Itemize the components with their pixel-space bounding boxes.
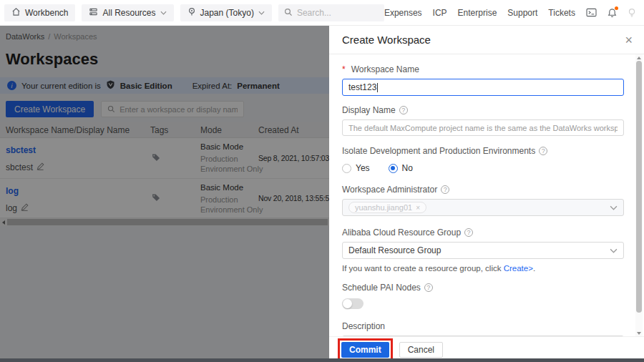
workbench-button[interactable]: Workbench xyxy=(4,4,75,21)
all-resources-label: All Resources xyxy=(102,8,155,18)
topbar-right: Expenses ICP Enterprise Support Tickets … xyxy=(384,0,644,26)
create-workspace-dialog: Create Workspace Workspace Name test123 … xyxy=(329,26,644,362)
all-resources-button[interactable]: All Resources xyxy=(82,4,173,21)
schedule-pai-label: Schedule PAI Nodes xyxy=(342,283,624,293)
close-icon[interactable] xyxy=(625,34,633,47)
radio-yes[interactable]: Yes xyxy=(342,163,370,173)
screen: Workbench All Resources Japan (Tokyo) Ex… xyxy=(0,0,644,362)
display-name-input[interactable] xyxy=(342,119,624,136)
bottom-edge-bar xyxy=(0,358,644,362)
nav-tickets[interactable]: Tickets xyxy=(548,8,575,18)
chevron-down-icon xyxy=(610,248,618,253)
toggle-knob xyxy=(343,299,352,308)
radio-no[interactable]: No xyxy=(389,163,413,173)
resource-group-label: Alibaba Cloud Resource Group xyxy=(342,228,624,238)
topbar-left: Workbench All Resources Japan (Tokyo) xyxy=(0,4,384,21)
nav-support[interactable]: Support xyxy=(507,8,537,18)
help-icon[interactable] xyxy=(464,228,473,237)
remove-tag-icon[interactable] xyxy=(416,204,420,212)
global-search-input[interactable] xyxy=(297,8,376,18)
help-icon[interactable] xyxy=(539,147,547,155)
region-label: Japan (Tokyo) xyxy=(200,8,254,18)
scroll-down-button[interactable] xyxy=(635,330,643,336)
chevron-down-icon xyxy=(258,11,265,15)
description-label: Description xyxy=(342,321,624,331)
resource-group-select[interactable]: Default Resource Group xyxy=(342,242,624,259)
hint-suffix: . xyxy=(533,264,535,273)
administrator-label: Workspace Administrator xyxy=(342,185,624,195)
region-selector[interactable]: Japan (Tokyo) xyxy=(180,4,272,21)
notifications-bell-icon[interactable] xyxy=(608,8,617,18)
radio-checked-icon xyxy=(389,164,398,173)
annotation-highlight-box: Commit xyxy=(338,338,393,361)
workspace-name-label-text: Workspace Name xyxy=(351,64,419,74)
help-icon[interactable] xyxy=(399,106,408,114)
dialog-scrollbar[interactable] xyxy=(635,54,643,336)
console-icon[interactable] xyxy=(586,8,597,17)
triangle-down-icon xyxy=(637,332,641,335)
topbar: Workbench All Resources Japan (Tokyo) Ex… xyxy=(0,0,644,26)
radio-unchecked-icon xyxy=(342,164,351,173)
resources-icon xyxy=(89,7,98,19)
notification-dot xyxy=(615,6,618,10)
resource-group-value: Default Resource Group xyxy=(348,245,441,255)
help-icon[interactable] xyxy=(441,185,449,194)
search-icon xyxy=(284,6,293,19)
display-name-label-text: Display Name xyxy=(342,105,396,115)
workspace-name-label: Workspace Name xyxy=(342,64,624,74)
nav-icp[interactable]: ICP xyxy=(433,8,447,18)
workspace-name-value: test123 xyxy=(348,82,376,92)
scroll-up-button[interactable] xyxy=(635,54,643,61)
isolate-label-text: Isolate Development and Production Envir… xyxy=(342,146,535,156)
workbench-label: Workbench xyxy=(25,8,68,18)
text-caret xyxy=(377,83,378,92)
resource-group-label-text: Alibaba Cloud Resource Group xyxy=(342,228,461,238)
cancel-button[interactable]: Cancel xyxy=(399,342,443,358)
chevron-down-icon xyxy=(610,205,618,210)
resource-group-hint: If you want to create a resource group, … xyxy=(342,264,624,273)
help-icon[interactable] xyxy=(424,283,433,292)
dialog-body: Workspace Name test123 Display Name Isol… xyxy=(329,54,644,362)
radio-no-label: No xyxy=(402,163,413,173)
hint-prefix: If you want to create a resource group, … xyxy=(342,264,504,273)
description-label-text: Description xyxy=(342,321,385,331)
chevron-down-icon xyxy=(160,11,167,15)
display-name-label: Display Name xyxy=(342,105,624,115)
schedule-pai-toggle[interactable] xyxy=(342,298,364,309)
home-icon xyxy=(11,7,21,19)
location-icon xyxy=(187,7,196,19)
administrator-select[interactable]: yuanshu.jiang01 xyxy=(342,199,624,216)
isolate-radio-group: Yes No xyxy=(342,163,624,173)
dialog-scrollbar-thumb[interactable] xyxy=(636,61,642,313)
dialog-title: Create Workspace xyxy=(342,34,431,46)
triangle-up-icon xyxy=(637,57,641,59)
nav-expenses[interactable]: Expenses xyxy=(384,8,422,18)
workspace-name-input[interactable]: test123 xyxy=(342,79,624,96)
schedule-pai-label-text: Schedule PAI Nodes xyxy=(342,283,421,293)
administrator-label-text: Workspace Administrator xyxy=(342,185,437,195)
member-tag-text: yuanshu.jiang01 xyxy=(355,203,412,212)
member-tag: yuanshu.jiang01 xyxy=(348,202,426,213)
commit-button[interactable]: Commit xyxy=(341,342,389,358)
lightbulb-icon[interactable] xyxy=(628,8,636,18)
nav-enterprise[interactable]: Enterprise xyxy=(458,8,497,18)
dialog-header: Create Workspace xyxy=(329,26,644,54)
create-resource-group-link[interactable]: Create> xyxy=(504,264,533,273)
global-search[interactable] xyxy=(278,4,384,21)
radio-yes-label: Yes xyxy=(356,163,370,173)
isolate-label: Isolate Development and Production Envir… xyxy=(342,146,624,156)
